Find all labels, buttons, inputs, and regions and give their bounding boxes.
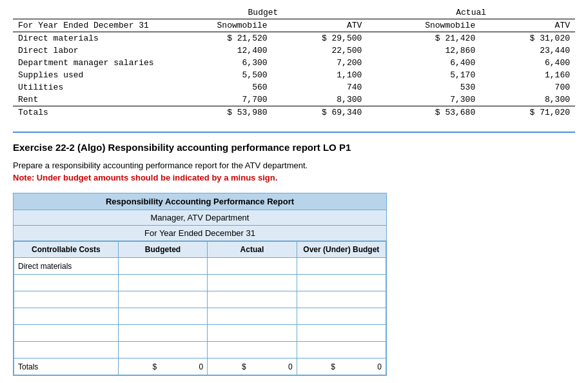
report-row [14,342,386,358]
exercise-title: Exercise 22-2 (Algo) Responsibility acco… [13,142,575,153]
report-budgeted-input[interactable] [119,258,207,274]
report-over-under-cell[interactable] [297,342,386,358]
ref-row: Utilities 560 740 530 700 [13,81,575,93]
report-subheader2: For Year Ended December 31 [14,226,386,241]
ref-bud-snow: $ 21,520 [159,32,273,45]
ref-bud-atv: 8,300 [273,93,368,106]
ref-total-act-atv: $ 71,020 [480,106,575,119]
report-actual-cell[interactable] [208,308,297,325]
report-label-input[interactable] [14,325,118,341]
act-snow-header: Snowmobile [367,19,480,32]
report-over-under-input[interactable] [297,308,386,324]
ref-row: Direct materials $ 21,520 $ 29,500 $ 21,… [13,32,575,45]
report-label-input[interactable] [14,308,118,324]
report-actual-cell[interactable] [208,258,297,275]
report-label-cell[interactable] [14,291,119,308]
report-row [14,308,386,325]
report-over-under-cell[interactable] [297,275,386,291]
report-over-under-input[interactable] [297,342,386,358]
totals-over-under-input[interactable] [337,362,382,371]
ref-total-act-snow: $ 53,680 [367,106,480,119]
ref-row: Direct labor 12,400 22,500 12,860 23,440 [13,44,575,57]
report-budgeted-input[interactable] [119,291,207,308]
report-over-under-cell[interactable] [297,291,386,308]
report-label-input[interactable] [14,342,118,358]
ref-bud-atv: $ 29,500 [273,32,368,45]
ref-act-snow: 6,400 [367,57,480,69]
reference-table: Budget Actual For Year Ended December 31… [13,6,575,119]
report-row [14,325,386,342]
report-actual-input[interactable] [208,291,296,308]
ref-act-snow: 12,860 [367,44,480,57]
col-header-over-under: Over (Under) Budget [297,242,386,258]
report-label-cell[interactable] [14,275,119,291]
report-label-input[interactable] [14,291,118,308]
report-over-under-input[interactable] [297,325,386,341]
report-actual-input[interactable] [208,258,296,274]
report-label-input[interactable] [14,275,118,291]
ref-bud-snow: 12,400 [159,44,273,57]
totals-dollar2: $ [242,362,246,371]
report-budgeted-input[interactable] [119,308,207,324]
ref-bud-atv: 1,100 [273,69,368,81]
report-budgeted-cell[interactable] [118,275,207,291]
ref-bud-atv: 7,200 [273,57,368,69]
report-label-input[interactable] [14,258,118,274]
ref-total-bud-atv: $ 69,340 [273,106,368,119]
bud-atv-header: ATV [273,19,368,32]
section-divider [13,132,575,133]
report-budgeted-input[interactable] [119,325,207,341]
report-over-under-cell[interactable] [297,325,386,342]
ref-total-bud-snow: $ 53,980 [159,106,273,119]
totals-actual-input[interactable] [248,362,293,371]
report-label-cell[interactable] [14,258,119,275]
report-actual-input[interactable] [208,325,296,341]
report-header: Responsibility Accounting Performance Re… [14,193,386,210]
report-label-cell[interactable] [14,325,119,342]
report-budgeted-input[interactable] [119,342,207,358]
report-over-under-input[interactable] [297,291,386,308]
report-actual-cell[interactable] [208,342,297,358]
report-budgeted-cell[interactable] [118,325,207,342]
ref-label: Direct materials [13,32,159,45]
report-over-under-input[interactable] [297,258,386,274]
ref-row: Department manager salaries 6,300 7,200 … [13,57,575,69]
col-header-actual: Actual [208,242,297,258]
ref-act-atv: 8,300 [480,93,575,106]
ref-label: Direct labor [13,44,159,57]
report-actual-cell[interactable] [208,275,297,291]
totals-actual-cell[interactable]: $ [208,358,297,375]
report-over-under-input[interactable] [297,275,386,291]
totals-over-under-cell[interactable]: $ [297,358,386,375]
ref-bud-snow: 7,700 [159,93,273,106]
ref-bud-snow: 5,500 [159,69,273,81]
ref-act-snow: 7,300 [367,93,480,106]
act-atv-header: ATV [480,19,575,32]
ref-act-atv: 23,440 [480,44,575,57]
report-budgeted-cell[interactable] [118,342,207,358]
report-actual-input[interactable] [208,342,296,358]
report-container: Responsibility Accounting Performance Re… [13,193,387,376]
report-over-under-cell[interactable] [297,308,386,325]
report-label-cell[interactable] [14,308,119,325]
totals-budgeted-cell[interactable]: $ [118,358,207,375]
totals-label: Totals [14,358,119,375]
report-row [14,258,386,275]
report-budgeted-cell[interactable] [118,308,207,325]
totals-budgeted-input[interactable] [158,362,203,371]
report-budgeted-cell[interactable] [118,258,207,275]
report-row [14,291,386,308]
report-label-cell[interactable] [14,342,119,358]
totals-dollar1: $ [153,362,157,371]
report-budgeted-input[interactable] [119,275,207,291]
report-over-under-cell[interactable] [297,258,386,275]
report-actual-cell[interactable] [208,325,297,342]
report-budgeted-cell[interactable] [118,291,207,308]
year-header: For Year Ended December 31 [13,19,159,32]
ref-bud-atv: 740 [273,81,368,93]
note-text: Note: Under budget amounts should be ind… [13,173,575,182]
ref-row: Supplies used 5,500 1,100 5,170 1,160 [13,69,575,81]
report-actual-input[interactable] [208,308,296,324]
report-actual-cell[interactable] [208,291,297,308]
report-actual-input[interactable] [208,275,296,291]
